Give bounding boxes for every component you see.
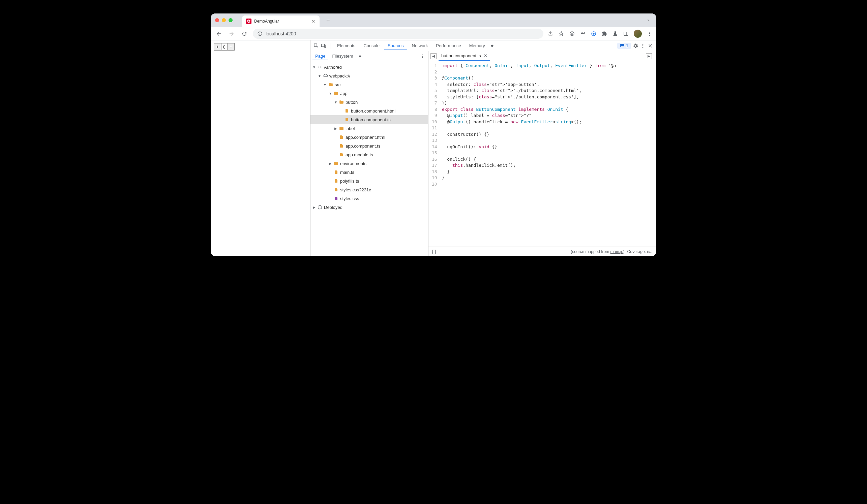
tree-label-folder[interactable]: ▶label: [310, 124, 428, 133]
share-icon[interactable]: [547, 31, 554, 37]
page-content: + 0 -: [211, 41, 310, 256]
url-text: localhost:4200: [266, 31, 296, 36]
tree-app-ts[interactable]: app.component.ts: [310, 142, 428, 150]
svg-point-4: [571, 33, 572, 33]
svg-rect-10: [624, 32, 628, 35]
devtools-close-icon[interactable]: [647, 43, 653, 49]
tree-main-ts[interactable]: main.ts: [310, 168, 428, 176]
issues-badge[interactable]: 1: [617, 43, 631, 49]
maximize-window-button[interactable]: [228, 18, 233, 22]
editor-status-bar: { } (source mapped from main.js) Coverag…: [428, 246, 656, 256]
tab-sources[interactable]: Sources: [384, 41, 407, 50]
minimize-window-button[interactable]: [222, 18, 226, 22]
code-content[interactable]: import { Component, OnInit, Input, Outpu…: [439, 61, 619, 246]
folder-icon: [339, 99, 344, 105]
file-tree: ▼Authored ▼webpack:// ▼src ▼app ▼button …: [310, 61, 428, 256]
tree-environments[interactable]: ▶environments: [310, 159, 428, 168]
svg-point-13: [649, 33, 650, 34]
close-window-button[interactable]: [215, 18, 219, 22]
file-icon: [333, 169, 339, 175]
source-map-link[interactable]: main.js: [610, 249, 623, 254]
editor-tab-close-icon[interactable]: ✕: [484, 53, 488, 58]
toggle-navigator-icon[interactable]: ◀: [430, 53, 437, 59]
file-icon: [344, 108, 350, 113]
tabs-dropdown-icon[interactable]: [644, 17, 652, 24]
tree-polyfills[interactable]: polyfills.ts: [310, 176, 428, 185]
settings-gear-icon[interactable]: [632, 43, 639, 49]
folder-icon: [339, 126, 344, 131]
editor-pane: ◀ button.component.ts ✕ ▶ 12345678910111…: [428, 51, 656, 256]
tab-elements[interactable]: Elements: [334, 41, 358, 50]
browser-tab[interactable]: DemoAngular ✕: [242, 15, 320, 27]
labs-flask-icon[interactable]: [612, 31, 618, 37]
navigator-tab-page[interactable]: Page: [312, 52, 328, 60]
svg-point-12: [649, 32, 650, 33]
tree-app-module[interactable]: app.module.ts: [310, 150, 428, 159]
tree-src[interactable]: ▼src: [310, 80, 428, 89]
titlebar: DemoAngular ✕ +: [211, 13, 656, 27]
tree-styles[interactable]: styles.css: [310, 194, 428, 203]
extensions-puzzle-icon[interactable]: [601, 31, 608, 37]
toggle-debugger-icon[interactable]: ▶: [646, 53, 652, 59]
pretty-print-icon[interactable]: { }: [432, 249, 436, 254]
counter-widget: + 0 -: [214, 43, 308, 51]
tree-webpack[interactable]: ▼webpack://: [310, 72, 428, 80]
bookmark-star-icon[interactable]: [558, 31, 564, 37]
tree-button-html[interactable]: button.component.html: [310, 107, 428, 115]
file-icon: [333, 196, 339, 201]
tree-authored[interactable]: ▼Authored: [310, 63, 428, 72]
cloud-icon: [323, 73, 328, 78]
svg-point-5: [572, 33, 573, 33]
device-toolbar-icon[interactable]: [321, 43, 327, 49]
navigator-tabs: Page Filesystem: [310, 51, 428, 61]
decrement-button[interactable]: -: [227, 43, 235, 51]
sources-navigator: Page Filesystem ▼Authored ▼webpack:// ▼s…: [310, 51, 428, 256]
navigator-menu-icon[interactable]: [419, 53, 426, 60]
devtools-menu-icon[interactable]: [640, 43, 646, 49]
tree-button-ts[interactable]: button.component.ts: [310, 115, 428, 124]
increment-button[interactable]: +: [214, 43, 221, 51]
svg-point-9: [592, 33, 594, 34]
navigator-tab-filesystem[interactable]: Filesystem: [329, 52, 356, 60]
source-map-info: (source mapped from main.js): [571, 249, 624, 254]
tab-memory[interactable]: Memory: [466, 41, 489, 50]
side-panel-icon[interactable]: [623, 31, 629, 37]
tab-title: DemoAngular: [254, 19, 309, 24]
folder-icon: [333, 91, 339, 96]
extension-icon-2[interactable]: [580, 31, 586, 37]
tab-close-icon[interactable]: ✕: [311, 19, 315, 24]
devtools-panel: Elements Console Sources Network Perform…: [310, 41, 656, 256]
address-bar: localhost:4200: [211, 27, 656, 41]
extension-icon-3[interactable]: [591, 31, 597, 37]
navigator-more-icon[interactable]: [357, 53, 364, 59]
reload-button[interactable]: [240, 29, 249, 38]
browser-menu-icon[interactable]: [646, 31, 653, 37]
tab-console[interactable]: Console: [360, 41, 383, 50]
code-icon: [317, 64, 323, 70]
file-icon: [333, 178, 339, 184]
svg-point-14: [649, 35, 650, 36]
tab-performance[interactable]: Performance: [432, 41, 464, 50]
tab-network[interactable]: Network: [408, 41, 431, 50]
svg-point-7: [583, 32, 585, 33]
tree-styles-q[interactable]: styles.css?231c: [310, 185, 428, 194]
profile-avatar[interactable]: [634, 30, 642, 38]
extension-icon-1[interactable]: [569, 31, 575, 37]
url-input[interactable]: localhost:4200: [253, 29, 543, 39]
more-tabs-icon[interactable]: [490, 43, 496, 49]
tree-app[interactable]: ▼app: [310, 89, 428, 98]
back-button[interactable]: [214, 29, 223, 38]
traffic-lights: [215, 18, 233, 22]
tree-button-folder[interactable]: ▼button: [310, 98, 428, 107]
inspect-element-icon[interactable]: [313, 43, 319, 49]
code-editor[interactable]: 1234567891011121314151617181920 import {…: [428, 61, 656, 246]
tree-app-html[interactable]: app.component.html: [310, 133, 428, 142]
svg-point-3: [570, 32, 574, 36]
file-icon: [339, 134, 344, 140]
editor-tabs: ◀ button.component.ts ✕ ▶: [428, 51, 656, 61]
new-tab-button[interactable]: +: [326, 17, 330, 24]
forward-button[interactable]: [227, 29, 236, 38]
toolbar-icons: [547, 30, 653, 38]
editor-tab[interactable]: button.component.ts ✕: [439, 52, 490, 61]
tree-deployed[interactable]: ▶Deployed: [310, 203, 428, 211]
